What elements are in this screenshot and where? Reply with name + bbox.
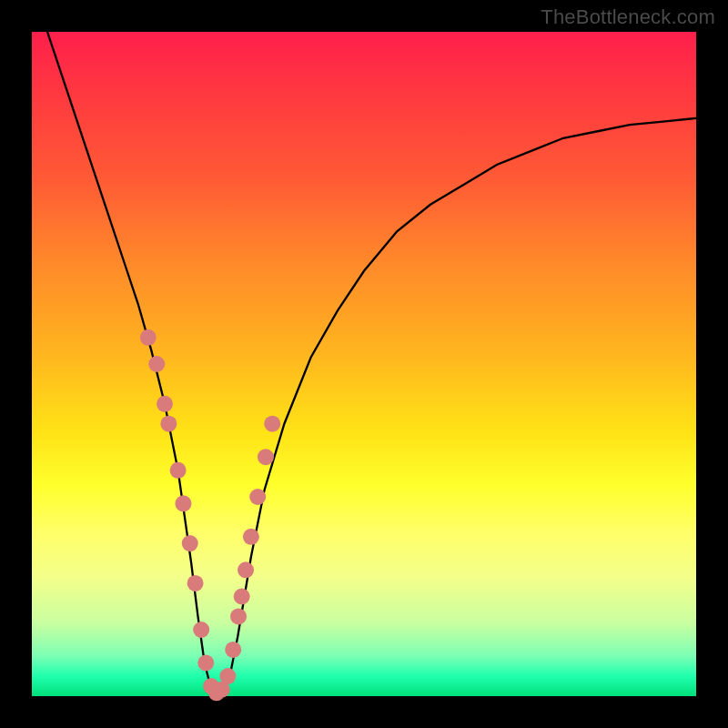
marker-dot bbox=[175, 495, 191, 511]
marker-dot bbox=[258, 449, 274, 465]
curve-svg bbox=[32, 32, 696, 696]
marker-dot bbox=[225, 642, 241, 658]
marker-dot bbox=[197, 655, 214, 672]
watermark-text: TheBottleneck.com bbox=[541, 5, 715, 29]
marker-dot bbox=[219, 668, 236, 684]
marker-dot bbox=[182, 535, 198, 551]
marker-dot bbox=[160, 416, 177, 432]
marker-dot bbox=[249, 489, 266, 505]
marker-dot bbox=[140, 329, 157, 346]
bottleneck-curve bbox=[32, 0, 696, 696]
marker-dot bbox=[243, 529, 259, 545]
marker-dot bbox=[264, 416, 280, 432]
plot-area bbox=[32, 32, 696, 696]
marker-dot bbox=[187, 575, 204, 592]
marker-dot bbox=[238, 561, 254, 578]
marker-dot bbox=[148, 356, 165, 372]
marker-dot bbox=[193, 622, 209, 638]
marker-dot bbox=[157, 396, 173, 412]
chart-frame: TheBottleneck.com bbox=[0, 0, 728, 728]
marker-dot bbox=[170, 462, 187, 479]
marker-dot bbox=[230, 608, 247, 624]
marker-dot bbox=[234, 589, 250, 605]
